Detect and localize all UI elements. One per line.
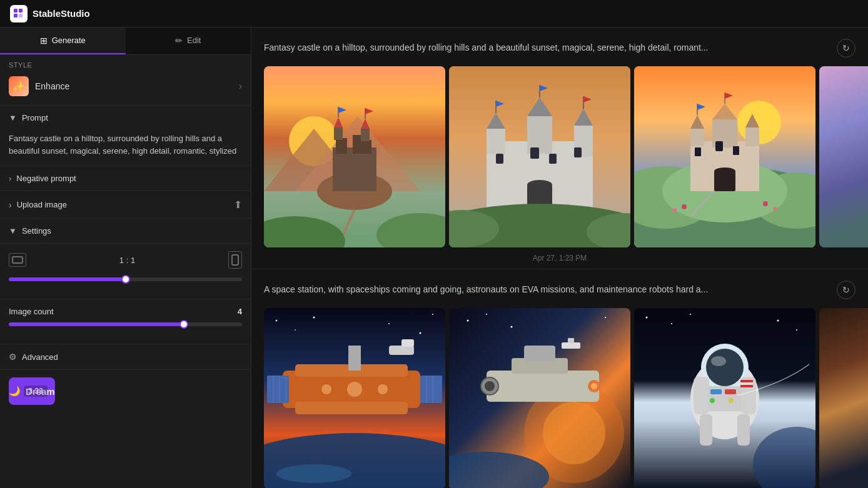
gen-image-1-3[interactable] — [634, 66, 815, 247]
gen-image-1-4[interactable] — [819, 66, 868, 247]
svg-rect-35 — [574, 147, 582, 157]
tab-edit[interactable]: ✏ Edit — [126, 27, 251, 54]
negative-prompt-header[interactable]: › Negative prompt — [0, 166, 251, 191]
svg-rect-61 — [715, 141, 723, 151]
svg-rect-107 — [524, 346, 555, 361]
space-scene-2 — [449, 308, 630, 488]
svg-point-72 — [773, 207, 777, 211]
svg-rect-114 — [568, 338, 574, 343]
svg-rect-62 — [733, 146, 739, 155]
svg-rect-130 — [710, 389, 722, 394]
svg-marker-23 — [365, 108, 373, 114]
upload-left: › Upload image — [9, 200, 67, 210]
aspect-slider[interactable] — [9, 277, 242, 281]
tab-generate[interactable]: ⊞ Generate — [0, 27, 126, 54]
svg-rect-26 — [487, 129, 505, 154]
image-count-slider[interactable] — [9, 322, 242, 326]
gen-image-2-3[interactable] — [634, 308, 815, 488]
style-section-label: Style — [9, 61, 242, 69]
svg-rect-4 — [13, 257, 23, 263]
settings-body: 1 : 1 — [0, 244, 251, 299]
svg-point-101 — [511, 326, 513, 328]
svg-point-123 — [706, 349, 744, 386]
collapse-prompt-icon: ▼ — [9, 113, 17, 122]
sidebar-tabs: ⊞ Generate ✏ Edit — [0, 27, 251, 55]
svg-rect-5 — [232, 255, 238, 265]
tab-generate-label: Generate — [52, 36, 86, 45]
svg-point-99 — [467, 320, 469, 322]
settings-gear-icon: ⚙ — [9, 352, 17, 362]
svg-point-71 — [673, 208, 677, 212]
topbar: StableStudio — [0, 0, 868, 27]
gen-refresh-btn-2[interactable]: ↻ — [837, 281, 855, 299]
svg-rect-137 — [740, 385, 753, 387]
settings-label: Settings — [22, 226, 51, 236]
image-count-slider-thumb[interactable] — [179, 320, 188, 329]
prompt-header[interactable]: ▼ Prompt — [0, 106, 251, 130]
image-count-header: Image count 4 — [9, 307, 242, 316]
svg-point-92 — [321, 384, 331, 394]
svg-rect-60 — [695, 147, 701, 156]
gen-image-1-1[interactable] — [264, 66, 445, 247]
svg-rect-13 — [362, 140, 371, 154]
dream-button[interactable]: 🌙 Dream 3.33 — [9, 377, 55, 405]
svg-marker-21 — [338, 107, 346, 113]
gen-timestamp-1: Apr 27, 1:23 PM — [251, 247, 868, 269]
svg-rect-84 — [295, 402, 408, 414]
advanced-row[interactable]: ⚙ Advanced — [0, 344, 251, 370]
gen-images-1 — [251, 66, 868, 247]
style-left: ✨ Enhance — [9, 76, 69, 96]
svg-point-120 — [796, 329, 797, 331]
castle-scene-3 — [634, 66, 815, 247]
svg-point-119 — [777, 320, 779, 322]
svg-rect-14 — [334, 127, 343, 140]
sidebar-content: Style ✨ Enhance › ▼ Prompt Fantasy castl… — [0, 55, 251, 488]
upload-arrow-icon[interactable]: ⬆ — [234, 199, 242, 211]
svg-point-109 — [485, 381, 495, 391]
image-count-slider-fill — [9, 322, 184, 326]
gen-refresh-btn-1[interactable]: ↻ — [837, 39, 855, 57]
svg-point-117 — [671, 323, 672, 324]
svg-rect-97 — [401, 339, 414, 347]
aspect-slider-thumb[interactable] — [121, 275, 130, 284]
edit-icon: ✏ — [175, 36, 183, 46]
svg-point-79 — [432, 314, 433, 315]
svg-point-78 — [420, 332, 421, 334]
aspect-slider-fill — [9, 277, 126, 281]
gen-prompt-2: A space station, with spaceships coming … — [264, 284, 829, 296]
gen-prompt-1: Fantasy castle on a hilltop, surrounded … — [264, 42, 829, 54]
style-section: Style ✨ Enhance › — [0, 55, 251, 106]
svg-rect-32 — [496, 154, 503, 164]
svg-point-70 — [763, 201, 768, 206]
upload-image-row[interactable]: › Upload image ⬆ — [0, 191, 251, 219]
space-scene-3 — [634, 308, 815, 488]
space-scene-1 — [264, 308, 445, 488]
chevron-right-upload-icon: › — [9, 200, 12, 210]
dream-moon-icon: 🌙 — [9, 386, 21, 397]
svg-rect-10 — [333, 147, 376, 191]
settings-header[interactable]: ▼ Settings — [0, 219, 251, 244]
aspect-landscape-icon[interactable] — [9, 253, 26, 267]
advanced-label: Advanced — [22, 352, 58, 362]
gen-image-1-2[interactable] — [449, 66, 630, 247]
sidebar: ⊞ Generate ✏ Edit Style ✨ Enhance — [0, 27, 251, 488]
svg-point-133 — [729, 398, 734, 403]
style-row[interactable]: ✨ Enhance › — [9, 74, 242, 99]
prompt-text[interactable]: Fantasy castle on a hilltop, surrounded … — [0, 130, 251, 166]
image-count-value: 4 — [238, 307, 242, 316]
gen-images-2 — [251, 308, 868, 488]
tab-edit-label: Edit — [187, 36, 201, 45]
svg-point-118 — [690, 314, 691, 315]
gen-image-2-4[interactable] — [819, 308, 868, 488]
aspect-ratio-row: 1 : 1 — [9, 251, 242, 269]
gen-image-2-1[interactable] — [264, 308, 445, 488]
svg-point-37 — [527, 180, 552, 190]
svg-point-18 — [264, 216, 345, 247]
svg-rect-105 — [487, 371, 599, 402]
svg-point-75 — [295, 329, 296, 331]
svg-point-111 — [591, 383, 597, 389]
gen-image-2-2[interactable] — [449, 308, 630, 488]
aspect-portrait-icon[interactable] — [228, 251, 242, 269]
svg-rect-131 — [725, 389, 736, 394]
svg-point-74 — [276, 320, 278, 322]
